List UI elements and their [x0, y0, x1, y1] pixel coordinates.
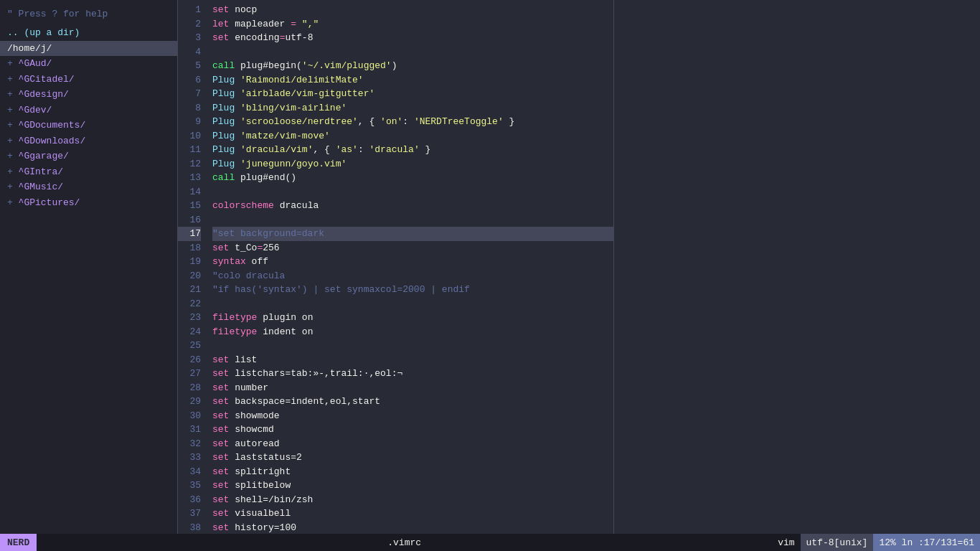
- code-line-2: let mapleader = ",": [212, 17, 613, 32]
- code-line-10: Plug 'matze/vim-move': [212, 129, 613, 143]
- line-num: 36: [178, 493, 201, 507]
- code-line-33: set laststatus=2: [212, 451, 613, 465]
- line-num: 31: [178, 423, 201, 437]
- sidebar-dir-name: ^Ggarage/: [19, 151, 69, 161]
- code-line-21: "if has('syntax') | set synmaxcol=2000 |…: [212, 283, 613, 297]
- code-line-18: set t_Co=256: [212, 241, 613, 255]
- code-line-37: set visualbell: [212, 507, 613, 521]
- status-vim-label: vim: [772, 537, 800, 548]
- code-editor[interactable]: 1 2 3 4 5 6 7 8 9 10 11 12 13 14 15 16 1…: [178, 0, 613, 534]
- sidebar-prefix: +: [7, 74, 19, 85]
- sidebar-prefix: +: [7, 182, 19, 192]
- sidebar-dir-name: ^Gdev/: [19, 105, 52, 116]
- line-num: 5: [178, 59, 201, 73]
- line-num: 24: [178, 325, 201, 339]
- line-num: 33: [178, 451, 201, 465]
- code-line-14: [212, 185, 613, 199]
- sidebar-prefix: +: [7, 120, 19, 131]
- line-num: 34: [178, 465, 201, 479]
- line-num: 10: [178, 129, 201, 143]
- line-num: 11: [178, 143, 201, 157]
- line-num: 32: [178, 437, 201, 451]
- sidebar-dir-name: ^GMusic/: [19, 182, 63, 192]
- line-num: 1: [178, 3, 201, 17]
- code-line-29: set backspace=indent,eol,start: [212, 395, 613, 409]
- line-num: 13: [178, 171, 201, 185]
- line-num: 35: [178, 479, 201, 493]
- sidebar-prefix: +: [7, 89, 19, 100]
- code-line-38: set history=100: [212, 521, 613, 534]
- code-line-17: "set background=dark: [212, 227, 613, 241]
- code-line-12: Plug 'junegunn/goyo.vim': [212, 157, 613, 171]
- line-num: 26: [178, 353, 201, 367]
- line-num: 9: [178, 115, 201, 129]
- line-num: 14: [178, 185, 201, 199]
- status-encoding: utf-8[unix]: [801, 534, 874, 551]
- code-line-7: Plug 'airblade/vim-gitgutter': [212, 87, 613, 101]
- line-num: 2: [178, 17, 201, 32]
- code-line-20: "colo dracula: [212, 269, 613, 283]
- line-num: 27: [178, 367, 201, 381]
- sidebar-dir-name: ^Gdesign/: [19, 89, 69, 100]
- line-num: 22: [178, 297, 201, 311]
- code-line-34: set splitright: [212, 465, 613, 479]
- sidebar-prefix: +: [7, 151, 19, 161]
- sidebar-item-gmusic[interactable]: + ^GMusic/: [0, 179, 177, 195]
- code-line-4: [212, 45, 613, 60]
- line-num: 8: [178, 101, 201, 116]
- code-line-35: set splitbelow: [212, 479, 613, 493]
- line-num: 15: [178, 199, 201, 213]
- sidebar-prefix: +: [7, 105, 19, 116]
- sidebar-item-gdownloads[interactable]: + ^GDownloads/: [0, 133, 177, 149]
- code-content: 1 2 3 4 5 6 7 8 9 10 11 12 13 14 15 16 1…: [178, 0, 613, 534]
- right-panel: [614, 0, 980, 534]
- code-line-25: [212, 339, 613, 353]
- sidebar-dir-name: ^GCitadel/: [19, 74, 75, 85]
- line-num: 30: [178, 409, 201, 423]
- sidebar: " Press ? for help .. (up a dir) /home/j…: [0, 0, 178, 534]
- code-line-3: set encoding=utf-8: [212, 31, 613, 45]
- sidebar-dir-name: ^GAud/: [19, 58, 52, 69]
- code-line-30: set showmode: [212, 409, 613, 423]
- main-area: " Press ? for help .. (up a dir) /home/j…: [0, 0, 980, 534]
- sidebar-prefix: +: [7, 197, 19, 208]
- code-line-26: set list: [212, 353, 613, 367]
- line-num: 37: [178, 507, 201, 521]
- code-line-11: Plug 'dracula/vim', { 'as': 'dracula' }: [212, 143, 613, 157]
- line-num: 19: [178, 255, 201, 269]
- code-line-6: Plug 'Raimondi/delimitMate': [212, 73, 613, 88]
- sidebar-item-ggarage[interactable]: + ^Ggarage/: [0, 149, 177, 164]
- sidebar-item-gdocuments[interactable]: + ^GDocuments/: [0, 118, 177, 133]
- status-position: 12% ln :17/131=61: [873, 534, 980, 551]
- line-num: 29: [178, 395, 201, 409]
- sidebar-parent-dir[interactable]: .. (up a dir): [0, 25, 177, 41]
- code-line-36: set shell=/bin/zsh: [212, 493, 613, 507]
- code-line-16: [212, 213, 613, 227]
- line-num: 16: [178, 213, 201, 227]
- code-line-31: set showcmd: [212, 423, 613, 437]
- line-num: 20: [178, 269, 201, 283]
- line-num: 18: [178, 241, 201, 255]
- line-num: 23: [178, 311, 201, 325]
- line-num: 12: [178, 157, 201, 171]
- code-line-1: set nocp: [212, 3, 613, 17]
- sidebar-prefix: +: [7, 58, 19, 69]
- sidebar-dir-name: ^GPictures/: [19, 197, 80, 208]
- sidebar-item-gaud[interactable]: + ^GAud/: [0, 56, 177, 72]
- code-line-22: [212, 297, 613, 311]
- line-numbers: 1 2 3 4 5 6 7 8 9 10 11 12 13 14 15 16 1…: [178, 3, 207, 531]
- code-line-13: call plug#end(): [212, 171, 613, 185]
- sidebar-help-text: " Press ? for help: [0, 6, 177, 25]
- sidebar-item-gdev[interactable]: + ^Gdev/: [0, 103, 177, 118]
- sidebar-current-dir[interactable]: /home/j/: [0, 41, 177, 57]
- line-num: 7: [178, 87, 201, 101]
- code-lines: set nocp let mapleader = "," set encodin…: [207, 3, 613, 531]
- sidebar-item-gintra[interactable]: + ^GIntra/: [0, 164, 177, 180]
- sidebar-item-gcitadel[interactable]: + ^GCitadel/: [0, 72, 177, 88]
- sidebar-prefix: +: [7, 166, 19, 177]
- status-right: vim utf-8[unix] 12% ln :17/131=61: [772, 534, 980, 551]
- sidebar-item-gpictures[interactable]: + ^GPictures/: [0, 195, 177, 211]
- line-num: 6: [178, 73, 201, 88]
- sidebar-item-gdesign[interactable]: + ^Gdesign/: [0, 87, 177, 103]
- sidebar-dir-name: ^GDownloads/: [19, 136, 86, 146]
